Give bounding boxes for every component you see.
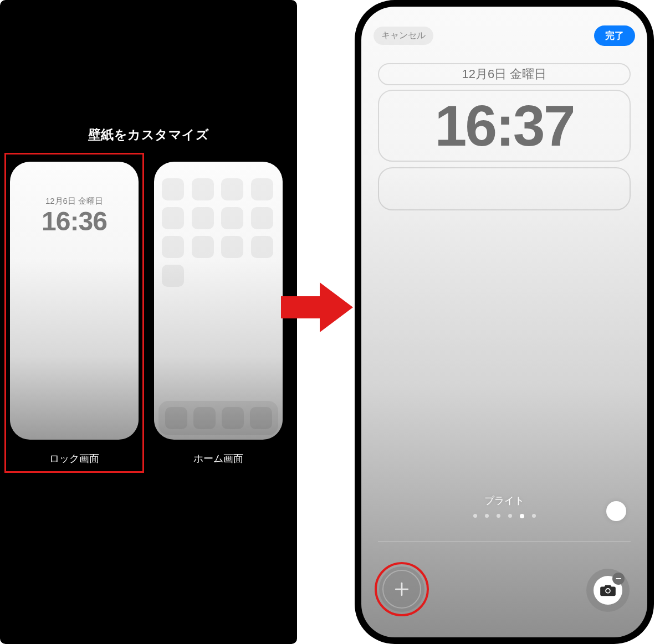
app-icon	[251, 236, 273, 258]
wallpaper-customize-panel: 壁紙をカスタマイズ 12月6日 金曜日 16:36 ロック画面	[0, 0, 297, 644]
app-icon	[221, 236, 243, 258]
app-icon	[192, 236, 214, 258]
remove-badge-icon[interactable]: −	[612, 573, 625, 585]
lockscreen-preview-date: 12月6日 金曜日	[10, 196, 139, 207]
app-icon	[162, 265, 184, 287]
app-icon	[251, 207, 273, 229]
time-widget[interactable]: 16:37	[378, 90, 631, 162]
panel-title: 壁紙をカスタマイズ	[0, 126, 297, 143]
app-icon	[251, 178, 273, 200]
arrow-icon	[281, 280, 353, 335]
camera-icon	[600, 584, 616, 597]
svg-point-4	[606, 589, 610, 593]
page-dot[interactable]	[508, 514, 512, 518]
page-dot[interactable]	[497, 514, 500, 518]
divider	[378, 542, 631, 543]
done-button[interactable]: 完了	[594, 25, 635, 46]
page-dot[interactable]	[485, 514, 489, 518]
lockscreen-preview: 12月6日 金曜日 16:36	[10, 162, 139, 440]
page-indicator[interactable]	[361, 514, 647, 518]
plus-icon	[392, 579, 412, 599]
page-dot[interactable]	[473, 514, 477, 518]
dock-app-icon	[250, 407, 272, 429]
svg-marker-0	[281, 282, 353, 332]
lockscreen-caption: ロック画面	[6, 452, 143, 465]
dock-app-icon	[193, 407, 216, 429]
style-label: ブライト	[361, 494, 647, 507]
camera-shortcut-button[interactable]: −	[586, 569, 630, 612]
dock-app-icon	[222, 407, 244, 429]
date-widget[interactable]: 12月6日 金曜日	[378, 63, 631, 85]
app-icon	[162, 178, 184, 200]
cancel-button[interactable]: キャンセル	[374, 27, 433, 45]
lockscreen-editor: キャンセル 完了 12月6日 金曜日 16:37 ブライト	[355, 0, 654, 644]
app-icon	[192, 207, 214, 229]
app-icon	[162, 207, 184, 229]
app-icon	[221, 178, 243, 200]
app-icon	[162, 236, 184, 258]
page-dot[interactable]	[532, 514, 536, 518]
lockscreen-preview-time: 16:36	[10, 206, 139, 236]
homescreen-preview	[154, 162, 283, 440]
bottom-widget-slot[interactable]	[378, 167, 631, 210]
page-dot[interactable]	[520, 514, 524, 518]
app-icon	[221, 207, 243, 229]
add-shortcut-button[interactable]	[379, 566, 424, 612]
dock	[158, 401, 278, 435]
color-swatch-white[interactable]	[606, 501, 626, 521]
app-icon	[192, 178, 214, 200]
dock-app-icon	[165, 407, 187, 429]
lockscreen-thumbnail[interactable]: 12月6日 金曜日 16:36 ロック画面	[6, 154, 143, 465]
style-picker[interactable]: ブライト	[361, 494, 647, 518]
homescreen-thumbnail[interactable]: ホーム画面	[150, 154, 287, 465]
homescreen-caption: ホーム画面	[150, 452, 287, 465]
